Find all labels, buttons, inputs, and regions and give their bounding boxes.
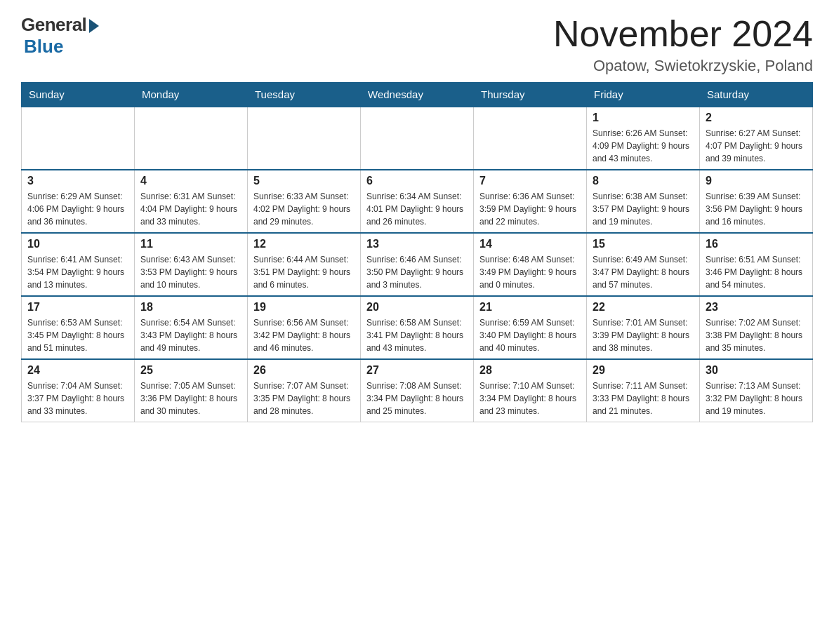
day-number: 6: [366, 175, 468, 187]
calendar-cell: 28Sunrise: 7:10 AM Sunset: 3:34 PM Dayli…: [474, 359, 587, 422]
calendar-cell: 21Sunrise: 6:59 AM Sunset: 3:40 PM Dayli…: [474, 296, 587, 359]
day-info: Sunrise: 6:38 AM Sunset: 3:57 PM Dayligh…: [593, 190, 694, 228]
day-number: 4: [140, 175, 241, 187]
day-number: 18: [140, 301, 241, 314]
day-number: 17: [27, 301, 128, 314]
calendar-cell: [135, 107, 248, 170]
day-number: 22: [593, 301, 694, 314]
calendar-cell: 25Sunrise: 7:05 AM Sunset: 3:36 PM Dayli…: [135, 359, 248, 422]
weekday-header-friday: Friday: [587, 83, 700, 107]
calendar-cell: 19Sunrise: 6:56 AM Sunset: 3:42 PM Dayli…: [248, 296, 361, 359]
day-number: 19: [253, 301, 355, 314]
calendar-cell: [248, 107, 361, 170]
day-number: 28: [479, 364, 581, 377]
logo-general-text: General: [21, 14, 86, 36]
day-info: Sunrise: 6:48 AM Sunset: 3:49 PM Dayligh…: [479, 253, 581, 291]
calendar-cell: 24Sunrise: 7:04 AM Sunset: 3:37 PM Dayli…: [22, 359, 135, 422]
weekday-header-row: SundayMondayTuesdayWednesdayThursdayFrid…: [22, 83, 813, 107]
calendar-cell: 7Sunrise: 6:36 AM Sunset: 3:59 PM Daylig…: [474, 170, 587, 233]
day-number: 16: [706, 238, 807, 250]
weekday-header-monday: Monday: [135, 83, 248, 107]
day-info: Sunrise: 7:11 AM Sunset: 3:33 PM Dayligh…: [593, 380, 694, 417]
logo: General Blue: [21, 14, 99, 58]
calendar-cell: 5Sunrise: 6:33 AM Sunset: 4:02 PM Daylig…: [248, 170, 361, 233]
calendar-week-row: 3Sunrise: 6:29 AM Sunset: 4:06 PM Daylig…: [22, 170, 813, 233]
day-info: Sunrise: 6:56 AM Sunset: 3:42 PM Dayligh…: [253, 316, 355, 354]
day-info: Sunrise: 6:41 AM Sunset: 3:54 PM Dayligh…: [27, 253, 128, 291]
day-number: 2: [706, 112, 807, 124]
calendar-cell: 3Sunrise: 6:29 AM Sunset: 4:06 PM Daylig…: [22, 170, 135, 233]
calendar-cell: 9Sunrise: 6:39 AM Sunset: 3:56 PM Daylig…: [700, 170, 813, 233]
day-info: Sunrise: 7:04 AM Sunset: 3:37 PM Dayligh…: [27, 380, 128, 417]
calendar-cell: 20Sunrise: 6:58 AM Sunset: 3:41 PM Dayli…: [361, 296, 474, 359]
day-info: Sunrise: 6:43 AM Sunset: 3:53 PM Dayligh…: [140, 253, 241, 291]
weekday-header-sunday: Sunday: [22, 83, 135, 107]
day-number: 21: [479, 301, 581, 314]
logo-blue-text: Blue: [24, 36, 63, 58]
day-number: 13: [366, 238, 468, 250]
day-info: Sunrise: 7:05 AM Sunset: 3:36 PM Dayligh…: [140, 380, 241, 417]
day-info: Sunrise: 7:10 AM Sunset: 3:34 PM Dayligh…: [479, 380, 581, 417]
day-info: Sunrise: 7:08 AM Sunset: 3:34 PM Dayligh…: [366, 380, 468, 417]
location-text: Opatow, Swietokrzyskie, Poland: [553, 57, 813, 75]
day-number: 14: [479, 238, 581, 250]
day-number: 26: [253, 364, 355, 377]
logo-arrow-icon: [89, 19, 99, 33]
calendar-cell: 15Sunrise: 6:49 AM Sunset: 3:47 PM Dayli…: [587, 233, 700, 296]
day-info: Sunrise: 7:01 AM Sunset: 3:39 PM Dayligh…: [593, 316, 694, 354]
calendar-cell: 13Sunrise: 6:46 AM Sunset: 3:50 PM Dayli…: [361, 233, 474, 296]
calendar-cell: 17Sunrise: 6:53 AM Sunset: 3:45 PM Dayli…: [22, 296, 135, 359]
day-info: Sunrise: 6:44 AM Sunset: 3:51 PM Dayligh…: [253, 253, 355, 291]
calendar-header: SundayMondayTuesdayWednesdayThursdayFrid…: [22, 83, 813, 107]
day-number: 8: [593, 175, 694, 187]
calendar-cell: [474, 107, 587, 170]
calendar-cell: 2Sunrise: 6:27 AM Sunset: 4:07 PM Daylig…: [700, 107, 813, 170]
calendar-week-row: 17Sunrise: 6:53 AM Sunset: 3:45 PM Dayli…: [22, 296, 813, 359]
day-info: Sunrise: 7:02 AM Sunset: 3:38 PM Dayligh…: [706, 316, 807, 354]
weekday-header-thursday: Thursday: [474, 83, 587, 107]
page-header: General Blue November 2024 Opatow, Swiet…: [21, 14, 813, 75]
calendar-cell: 16Sunrise: 6:51 AM Sunset: 3:46 PM Dayli…: [700, 233, 813, 296]
calendar-cell: 8Sunrise: 6:38 AM Sunset: 3:57 PM Daylig…: [587, 170, 700, 233]
day-number: 7: [479, 175, 581, 187]
calendar-cell: 4Sunrise: 6:31 AM Sunset: 4:04 PM Daylig…: [135, 170, 248, 233]
calendar-cell: 18Sunrise: 6:54 AM Sunset: 3:43 PM Dayli…: [135, 296, 248, 359]
day-number: 15: [593, 238, 694, 250]
calendar-cell: 23Sunrise: 7:02 AM Sunset: 3:38 PM Dayli…: [700, 296, 813, 359]
day-info: Sunrise: 7:13 AM Sunset: 3:32 PM Dayligh…: [706, 380, 807, 417]
calendar-cell: 27Sunrise: 7:08 AM Sunset: 3:34 PM Dayli…: [361, 359, 474, 422]
day-number: 29: [593, 364, 694, 377]
calendar-week-row: 24Sunrise: 7:04 AM Sunset: 3:37 PM Dayli…: [22, 359, 813, 422]
day-info: Sunrise: 6:33 AM Sunset: 4:02 PM Dayligh…: [253, 190, 355, 228]
day-number: 1: [593, 112, 694, 124]
day-number: 5: [253, 175, 355, 187]
weekday-header-tuesday: Tuesday: [248, 83, 361, 107]
calendar-cell: 10Sunrise: 6:41 AM Sunset: 3:54 PM Dayli…: [22, 233, 135, 296]
calendar-cell: 22Sunrise: 7:01 AM Sunset: 3:39 PM Dayli…: [587, 296, 700, 359]
day-info: Sunrise: 6:36 AM Sunset: 3:59 PM Dayligh…: [479, 190, 581, 228]
day-info: Sunrise: 6:46 AM Sunset: 3:50 PM Dayligh…: [366, 253, 468, 291]
day-number: 10: [27, 238, 128, 250]
calendar-week-row: 10Sunrise: 6:41 AM Sunset: 3:54 PM Dayli…: [22, 233, 813, 296]
day-info: Sunrise: 6:59 AM Sunset: 3:40 PM Dayligh…: [479, 316, 581, 354]
day-number: 11: [140, 238, 241, 250]
calendar-cell: 12Sunrise: 6:44 AM Sunset: 3:51 PM Dayli…: [248, 233, 361, 296]
calendar-cell: [22, 107, 135, 170]
day-number: 9: [706, 175, 807, 187]
day-info: Sunrise: 6:26 AM Sunset: 4:09 PM Dayligh…: [593, 127, 694, 165]
day-number: 27: [366, 364, 468, 377]
weekday-header-saturday: Saturday: [700, 83, 813, 107]
day-info: Sunrise: 6:31 AM Sunset: 4:04 PM Dayligh…: [140, 190, 241, 228]
day-number: 30: [706, 364, 807, 377]
day-number: 20: [366, 301, 468, 314]
weekday-header-wednesday: Wednesday: [361, 83, 474, 107]
calendar-cell: [361, 107, 474, 170]
day-info: Sunrise: 6:34 AM Sunset: 4:01 PM Dayligh…: [366, 190, 468, 228]
calendar-cell: 11Sunrise: 6:43 AM Sunset: 3:53 PM Dayli…: [135, 233, 248, 296]
day-info: Sunrise: 7:07 AM Sunset: 3:35 PM Dayligh…: [253, 380, 355, 417]
day-number: 12: [253, 238, 355, 250]
calendar-cell: 6Sunrise: 6:34 AM Sunset: 4:01 PM Daylig…: [361, 170, 474, 233]
calendar-cell: 14Sunrise: 6:48 AM Sunset: 3:49 PM Dayli…: [474, 233, 587, 296]
day-info: Sunrise: 6:39 AM Sunset: 3:56 PM Dayligh…: [706, 190, 807, 228]
title-block: November 2024 Opatow, Swietokrzyskie, Po…: [553, 14, 813, 75]
